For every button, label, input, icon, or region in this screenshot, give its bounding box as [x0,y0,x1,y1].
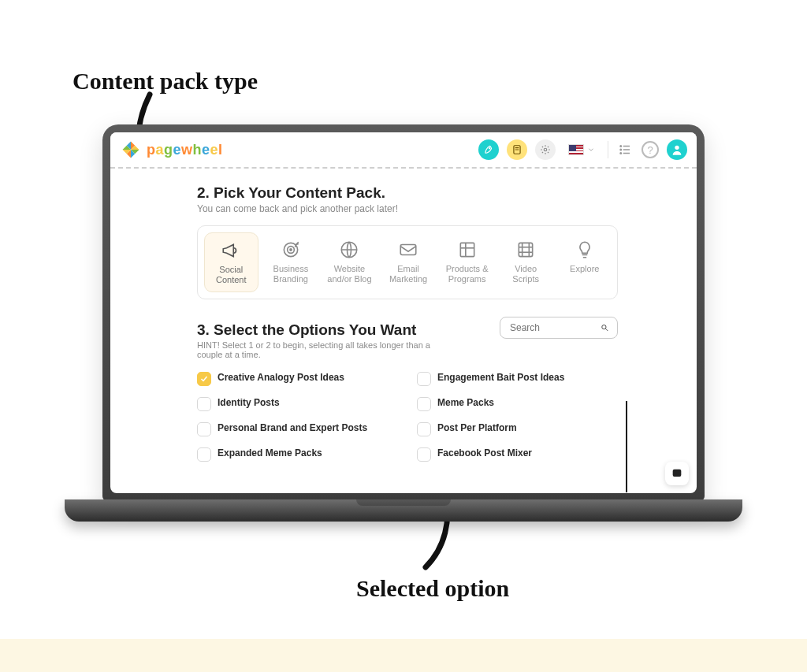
section3-hint: HINT! Select 1 or 2 to begin, selecting … [197,340,433,359]
content-pack-email-marketing[interactable]: Email Marketing [382,232,435,292]
app-screen: pagewheel [110,132,697,493]
option-label: Post Per Platform [437,422,517,433]
svg-point-9 [620,149,622,150]
checkbox[interactable] [197,422,211,436]
section3-title: 3. Select the Options You Want [197,321,490,339]
options-grid: Creative Analogy Post IdeasEngagement Ba… [197,372,618,462]
pack-label: Social Content [208,265,255,285]
search-box[interactable] [500,317,618,339]
globe-icon [338,239,360,261]
megaphone-icon [220,239,242,262]
checkbox[interactable] [417,397,431,411]
content-pack-social-content[interactable]: Social Content [204,232,258,292]
brand[interactable]: pagewheel [120,139,223,161]
laptop-body: pagewheel [102,124,705,501]
bulb-icon [574,239,596,261]
svg-point-7 [620,146,622,147]
search-icon [601,322,609,333]
option-label: Identity Posts [218,397,280,408]
header-divider [608,141,608,158]
svg-rect-18 [400,245,416,255]
checkbox[interactable] [417,372,431,386]
checkbox[interactable] [197,372,211,386]
film-icon [515,239,537,261]
option-meme-packs[interactable]: Meme Packs [417,397,618,411]
option-label: Engagement Bait Post Ideas [437,372,564,383]
notes-button[interactable] [507,139,527,160]
content-pack-business-branding[interactable]: Business Branding [265,232,318,292]
option-label: Facebook Post Mixer [437,447,532,459]
option-personal-brand-and-expert-posts[interactable]: Personal Brand and Expert Posts [197,422,398,436]
checkbox[interactable] [197,447,211,462]
svg-point-11 [620,153,622,154]
search-input[interactable] [508,321,585,334]
option-label: Expanded Meme Packs [218,447,322,459]
content-pack-row: Social ContentBusiness BrandingWebsite a… [197,225,618,299]
pack-label: Products & Programs [444,264,490,284]
option-facebook-post-mixer[interactable]: Facebook Post Mixer [417,447,618,462]
option-identity-posts[interactable]: Identity Posts [197,397,398,411]
decorative-vertical-line [626,401,627,492]
section2-title: 2. Pick Your Content Pack. [197,184,618,202]
laptop-base [65,499,742,522]
chat-widget[interactable] [665,462,689,485]
checkbox[interactable] [197,397,211,411]
avatar[interactable] [667,139,687,160]
pack-label: Email Marketing [385,264,432,284]
svg-point-27 [602,325,606,329]
page-bottom-band [0,639,807,672]
annotation-bottom: Selected option [356,575,509,602]
option-label: Personal Brand and Expert Posts [218,422,367,433]
settings-button[interactable] [535,139,556,160]
list-button[interactable] [616,141,634,158]
laptop-mockup: pagewheel [102,124,705,531]
option-label: Meme Packs [437,397,494,408]
option-expanded-meme-packs[interactable]: Expanded Meme Packs [197,447,398,462]
svg-point-6 [544,148,547,151]
target-icon [280,239,302,261]
option-label: Creative Analogy Post Ideas [218,372,344,383]
checkbox[interactable] [417,447,431,462]
svg-point-2 [489,148,490,149]
option-post-per-platform[interactable]: Post Per Platform [417,422,618,436]
header-actions: ? [478,139,687,160]
pack-label: Explore [570,264,599,274]
pack-label: Website and/or Blog [326,264,373,284]
rocket-button[interactable] [478,139,499,160]
checkbox[interactable] [417,422,431,436]
brand-logo-icon [120,139,142,161]
box-icon [456,239,478,261]
option-engagement-bait-post-ideas[interactable]: Engagement Bait Post Ideas [417,372,618,386]
svg-rect-19 [460,243,474,256]
content-pack-video-scripts[interactable]: Video Scripts [500,232,552,292]
chevron-down-icon [587,146,595,154]
svg-point-16 [290,249,292,251]
content-pack-website-and-or-blog[interactable]: Website and/or Blog [323,232,376,292]
content-pack-explore[interactable]: Explore [558,232,611,292]
brand-name: pagewheel [147,142,223,158]
pack-label: Video Scripts [503,264,549,284]
section2-subtitle: You can come back and pick another pack … [197,203,618,214]
svg-rect-29 [673,470,682,477]
option-creative-analogy-post-ideas[interactable]: Creative Analogy Post Ideas [197,372,398,386]
envelope-icon [397,239,419,261]
locale-selector[interactable] [563,143,600,157]
app-header: pagewheel [110,132,697,169]
svg-point-13 [675,146,679,150]
annotation-top: Content pack type [73,68,258,95]
svg-rect-22 [519,243,533,256]
main-content: 2. Pick Your Content Pack. You can come … [110,169,697,493]
help-button[interactable]: ? [642,141,659,158]
svg-line-28 [606,329,608,332]
flag-us-icon [568,144,584,155]
pack-label: Business Branding [268,264,314,284]
content-pack-products-programs[interactable]: Products & Programs [441,232,493,292]
